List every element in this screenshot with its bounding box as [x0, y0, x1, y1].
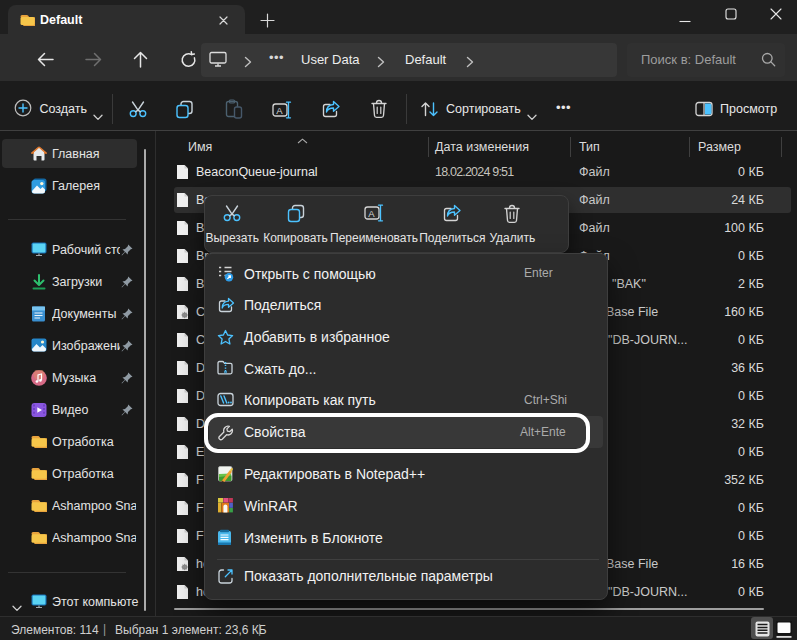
svg-text:A: A — [368, 208, 375, 219]
svg-text:A: A — [276, 105, 283, 116]
